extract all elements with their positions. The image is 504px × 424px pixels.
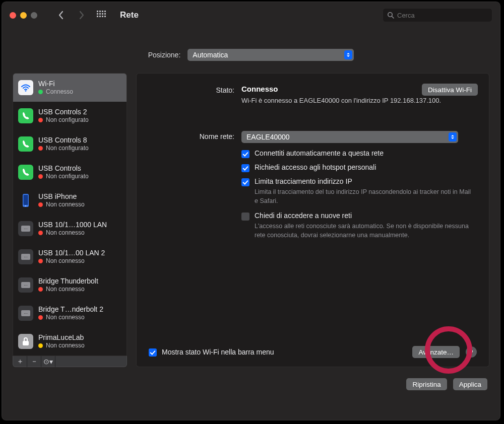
- auto-join-label: Connettiti automaticamente a questa rete: [255, 149, 384, 157]
- item-name: Bridge T…nderbolt 2: [38, 305, 103, 314]
- svg-text:⋯: ⋯: [24, 227, 28, 231]
- item-status: Non connesso: [46, 286, 85, 293]
- disable-wifi-button[interactable]: Disattiva Wi-Fi: [422, 84, 478, 96]
- all-prefs-button[interactable]: [96, 8, 107, 22]
- item-status: Connesso: [46, 88, 73, 95]
- ethernet-icon: ⋯: [18, 277, 33, 293]
- status-dot: [38, 90, 43, 94]
- show-menubar-label: Mostra stato Wi-Fi nella barra menu: [162, 348, 274, 356]
- position-select[interactable]: Automatica: [187, 49, 354, 61]
- status-dot: [38, 315, 43, 320]
- remove-interface-button[interactable]: －: [27, 356, 41, 367]
- search-input[interactable]: [397, 12, 488, 19]
- sidebar-item-primalucelab[interactable]: PrimaLuceLab Non connesso: [13, 327, 127, 356]
- lock-icon: [18, 334, 33, 349]
- item-status: Non connesso: [46, 257, 85, 264]
- item-status: Non connesso: [46, 314, 85, 321]
- sidebar-item-bridge-tb-2[interactable]: ⋯ Bridge T…nderbolt 2 Non connesso: [13, 299, 127, 327]
- item-status: Non configurato: [46, 173, 89, 180]
- limit-ip-checkbox[interactable]: [241, 178, 249, 186]
- svg-text:⋯: ⋯: [24, 311, 28, 316]
- status-description: Wi-Fi è connesso a EAGLE40000 con l'indi…: [241, 96, 477, 106]
- sidebar-item-bridge-tb[interactable]: ⋯ Bridge Thunderbolt Non connesso: [13, 271, 127, 299]
- status-dot: [38, 146, 43, 151]
- item-name: USB iPhone: [38, 192, 85, 201]
- personal-hotspot-label: Richiedi accesso agli hotspot personali: [255, 163, 376, 171]
- svg-text:⋯: ⋯: [24, 255, 28, 259]
- item-name: USB 10/1…00 LAN 2: [38, 249, 105, 257]
- sidebar-item-usb-iphone[interactable]: USB iPhone Non connesso: [13, 186, 127, 215]
- show-menubar-checkbox[interactable]: [149, 348, 157, 357]
- item-name: Wi-Fi: [38, 80, 73, 88]
- item-status: Non connesso: [46, 201, 85, 208]
- position-row: Posizione: Automatica: [2, 49, 500, 61]
- status-dot: [38, 202, 43, 207]
- sidebar-item-usb-controls[interactable]: USB Controls Non configurato: [13, 158, 127, 186]
- ethernet-icon: ⋯: [18, 306, 33, 321]
- limit-ip-label: Limita tracciamento indirizzo IP: [255, 177, 471, 185]
- minimize-window-button[interactable]: [20, 12, 27, 19]
- phone-icon: [18, 136, 33, 152]
- svg-line-1: [392, 16, 394, 18]
- close-window-button[interactable]: [10, 12, 16, 19]
- item-name: USB Controls 2: [38, 108, 89, 116]
- advanced-button[interactable]: Avanzate…: [412, 346, 460, 358]
- wifi-icon: [18, 80, 33, 95]
- iphone-icon: [18, 193, 33, 208]
- interfaces-footer: ＋ － ⊙▾: [13, 356, 127, 367]
- stepper-icon: [449, 132, 457, 142]
- stepper-icon: [344, 50, 352, 59]
- auto-join-checkbox[interactable]: [241, 150, 249, 158]
- back-button[interactable]: [55, 8, 67, 22]
- status-dot: [38, 231, 43, 235]
- item-status: Non configurato: [46, 145, 89, 152]
- window-title: Rete: [120, 10, 139, 20]
- sidebar-item-usb-controls-2[interactable]: USB Controls 2 Non configurato: [13, 102, 127, 130]
- network-name-select[interactable]: EAGLE40000: [241, 131, 458, 143]
- sidebar-item-wifi[interactable]: Wi-Fi Connesso: [13, 74, 127, 102]
- apply-button[interactable]: Applica: [453, 378, 487, 390]
- svg-rect-14: [23, 341, 29, 345]
- dialog-buttons: Ripristina Applica: [2, 378, 500, 390]
- status-dot: [38, 174, 43, 179]
- item-name: USB Controls 8: [38, 136, 89, 145]
- item-status: Non connesso: [46, 342, 85, 349]
- ethernet-icon: ⋯: [18, 221, 33, 236]
- revert-button[interactable]: Ripristina: [406, 378, 447, 390]
- item-status: Non connesso: [46, 229, 85, 236]
- item-name: USB 10/1…1000 LAN: [38, 221, 107, 229]
- phone-icon: [18, 165, 33, 180]
- position-label: Posizione:: [148, 51, 181, 59]
- svg-rect-4: [24, 195, 28, 205]
- item-name: USB Controls: [38, 164, 89, 173]
- sidebar-item-usb-lan-2[interactable]: ⋯ USB 10/1…00 LAN 2 Non connesso: [13, 243, 127, 271]
- phone-icon: [18, 108, 33, 123]
- svg-text:⋯: ⋯: [24, 283, 28, 288]
- interfaces-list: Wi-Fi Connesso USB Controls 2 Non config…: [13, 73, 127, 356]
- limit-ip-note: Limita il tracciamento del tuo indirizzo…: [255, 187, 471, 205]
- network-name-value: EAGLE40000: [246, 133, 290, 141]
- network-name-label: Nome rete:: [149, 131, 234, 240]
- status-dot: [38, 287, 43, 292]
- zoom-window-button[interactable]: [31, 12, 37, 19]
- search-icon: [387, 12, 394, 19]
- item-name: Bridge Thunderbolt: [38, 277, 98, 286]
- position-value: Automatica: [193, 51, 228, 59]
- help-button[interactable]: ?: [466, 346, 477, 358]
- status-label: Stato:: [149, 85, 234, 106]
- item-name: PrimaLuceLab: [38, 333, 85, 342]
- ask-join-checkbox[interactable]: [241, 213, 249, 221]
- forward-button: [76, 8, 87, 22]
- sidebar-item-usb-controls-8[interactable]: USB Controls 8 Non configurato: [13, 130, 127, 158]
- item-status: Non configurato: [46, 116, 89, 123]
- actions-menu-button[interactable]: ⊙▾: [41, 356, 55, 367]
- ethernet-icon: ⋯: [18, 249, 33, 264]
- search-field[interactable]: [383, 8, 492, 22]
- sidebar-item-usb-lan-1[interactable]: ⋯ USB 10/1…1000 LAN Non connesso: [13, 215, 127, 243]
- titlebar: Rete: [2, 2, 500, 29]
- window-controls: [10, 12, 37, 19]
- personal-hotspot-checkbox[interactable]: [241, 164, 249, 172]
- add-interface-button[interactable]: ＋: [13, 356, 27, 367]
- status-dot: [38, 343, 43, 348]
- details-pane: Disattiva Wi-Fi Stato: Connesso Wi-Fi è …: [136, 73, 489, 367]
